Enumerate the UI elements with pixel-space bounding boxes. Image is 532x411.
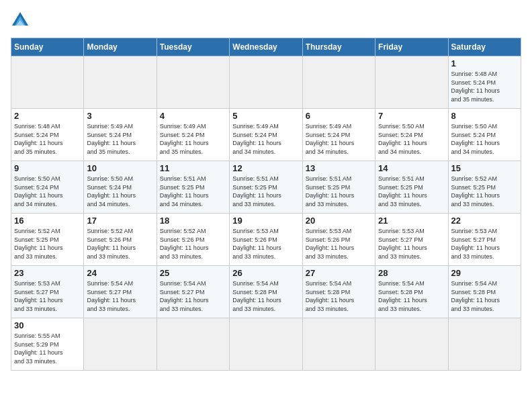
header-cell-friday: Friday [375, 38, 448, 56]
week-row-4: 23Sunrise: 5:53 AM Sunset: 5:27 PM Dayli… [11, 266, 521, 318]
day-number: 16 [14, 216, 81, 226]
day-info: Sunrise: 5:50 AM Sunset: 5:24 PM Dayligh… [14, 175, 81, 208]
header-cell-wednesday: Wednesday [230, 38, 302, 56]
day-info: Sunrise: 5:53 AM Sunset: 5:26 PM Dayligh… [232, 227, 299, 261]
day-number: 13 [306, 163, 372, 173]
header-row: SundayMondayTuesdayWednesdayThursdayFrid… [11, 38, 521, 56]
day-cell [302, 56, 375, 109]
day-cell [302, 318, 375, 371]
day-cell: 14Sunrise: 5:51 AM Sunset: 5:25 PM Dayli… [375, 161, 448, 214]
logo [11, 11, 35, 30]
day-info: Sunrise: 5:49 AM Sunset: 5:24 PM Dayligh… [87, 122, 153, 156]
day-cell [84, 318, 157, 371]
day-info: Sunrise: 5:49 AM Sunset: 5:24 PM Dayligh… [232, 122, 299, 156]
day-cell: 8Sunrise: 5:50 AM Sunset: 5:24 PM Daylig… [448, 109, 521, 161]
day-cell: 30Sunrise: 5:55 AM Sunset: 5:29 PM Dayli… [11, 318, 84, 371]
day-number: 22 [451, 216, 518, 226]
day-info: Sunrise: 5:52 AM Sunset: 5:25 PM Dayligh… [451, 175, 518, 208]
calendar-table: SundayMondayTuesdayWednesdayThursdayFrid… [11, 38, 521, 371]
day-cell: 21Sunrise: 5:53 AM Sunset: 5:27 PM Dayli… [375, 214, 448, 266]
day-number: 17 [87, 216, 153, 226]
day-number: 29 [451, 268, 518, 278]
day-info: Sunrise: 5:49 AM Sunset: 5:24 PM Dayligh… [306, 122, 372, 156]
day-info: Sunrise: 5:53 AM Sunset: 5:26 PM Dayligh… [306, 227, 372, 261]
day-cell: 10Sunrise: 5:50 AM Sunset: 5:24 PM Dayli… [84, 161, 157, 214]
header-cell-sunday: Sunday [11, 38, 84, 56]
day-number: 5 [232, 111, 299, 121]
day-cell: 24Sunrise: 5:54 AM Sunset: 5:27 PM Dayli… [84, 266, 157, 318]
day-info: Sunrise: 5:54 AM Sunset: 5:28 PM Dayligh… [378, 279, 445, 313]
day-info: Sunrise: 5:51 AM Sunset: 5:25 PM Dayligh… [232, 175, 299, 208]
day-info: Sunrise: 5:53 AM Sunset: 5:27 PM Dayligh… [14, 279, 81, 313]
day-cell [157, 318, 229, 371]
day-number: 12 [232, 163, 299, 173]
day-info: Sunrise: 5:55 AM Sunset: 5:29 PM Dayligh… [14, 332, 81, 365]
day-cell [11, 56, 84, 109]
day-number: 27 [306, 268, 372, 278]
day-info: Sunrise: 5:51 AM Sunset: 5:25 PM Dayligh… [160, 175, 226, 208]
day-cell: 18Sunrise: 5:52 AM Sunset: 5:26 PM Dayli… [157, 214, 229, 266]
day-info: Sunrise: 5:54 AM Sunset: 5:27 PM Dayligh… [87, 279, 153, 313]
day-cell: 11Sunrise: 5:51 AM Sunset: 5:25 PM Dayli… [157, 161, 229, 214]
day-number: 2 [14, 111, 81, 121]
day-cell: 27Sunrise: 5:54 AM Sunset: 5:28 PM Dayli… [302, 266, 375, 318]
day-number: 28 [378, 268, 445, 278]
day-cell: 6Sunrise: 5:49 AM Sunset: 5:24 PM Daylig… [302, 109, 375, 161]
day-cell: 28Sunrise: 5:54 AM Sunset: 5:28 PM Dayli… [375, 266, 448, 318]
day-cell: 29Sunrise: 5:54 AM Sunset: 5:28 PM Dayli… [448, 266, 521, 318]
day-number: 20 [306, 216, 372, 226]
day-info: Sunrise: 5:50 AM Sunset: 5:24 PM Dayligh… [378, 122, 445, 156]
header-cell-monday: Monday [84, 38, 157, 56]
day-info: Sunrise: 5:52 AM Sunset: 5:25 PM Dayligh… [14, 227, 81, 261]
day-cell: 22Sunrise: 5:53 AM Sunset: 5:27 PM Dayli… [448, 214, 521, 266]
day-number: 19 [232, 216, 299, 226]
day-info: Sunrise: 5:52 AM Sunset: 5:26 PM Dayligh… [160, 227, 226, 261]
day-cell: 1Sunrise: 5:48 AM Sunset: 5:24 PM Daylig… [448, 56, 521, 109]
day-number: 9 [14, 163, 81, 173]
day-cell [448, 318, 521, 371]
day-info: Sunrise: 5:53 AM Sunset: 5:27 PM Dayligh… [451, 227, 518, 261]
day-number: 30 [14, 320, 81, 330]
day-info: Sunrise: 5:54 AM Sunset: 5:28 PM Dayligh… [451, 279, 518, 313]
day-cell: 16Sunrise: 5:52 AM Sunset: 5:25 PM Dayli… [11, 214, 84, 266]
week-row-3: 16Sunrise: 5:52 AM Sunset: 5:25 PM Dayli… [11, 214, 521, 266]
day-info: Sunrise: 5:51 AM Sunset: 5:25 PM Dayligh… [306, 175, 372, 208]
day-cell [375, 318, 448, 371]
day-cell: 13Sunrise: 5:51 AM Sunset: 5:25 PM Dayli… [302, 161, 375, 214]
header-cell-thursday: Thursday [302, 38, 375, 56]
day-number: 15 [451, 163, 518, 173]
week-row-0: 1Sunrise: 5:48 AM Sunset: 5:24 PM Daylig… [11, 56, 521, 109]
day-info: Sunrise: 5:50 AM Sunset: 5:24 PM Dayligh… [451, 122, 518, 156]
day-info: Sunrise: 5:53 AM Sunset: 5:27 PM Dayligh… [378, 227, 445, 261]
day-info: Sunrise: 5:50 AM Sunset: 5:24 PM Dayligh… [87, 175, 153, 208]
day-cell: 7Sunrise: 5:50 AM Sunset: 5:24 PM Daylig… [375, 109, 448, 161]
calendar-body: 1Sunrise: 5:48 AM Sunset: 5:24 PM Daylig… [11, 56, 521, 371]
day-number: 18 [160, 216, 226, 226]
day-cell [375, 56, 448, 109]
day-info: Sunrise: 5:48 AM Sunset: 5:24 PM Dayligh… [14, 122, 81, 156]
day-number: 3 [87, 111, 153, 121]
header-cell-saturday: Saturday [448, 38, 521, 56]
day-cell [230, 56, 302, 109]
day-cell: 5Sunrise: 5:49 AM Sunset: 5:24 PM Daylig… [230, 109, 302, 161]
day-info: Sunrise: 5:54 AM Sunset: 5:28 PM Dayligh… [306, 279, 372, 313]
day-number: 6 [306, 111, 372, 121]
day-cell: 2Sunrise: 5:48 AM Sunset: 5:24 PM Daylig… [11, 109, 84, 161]
day-cell [157, 56, 229, 109]
day-info: Sunrise: 5:52 AM Sunset: 5:26 PM Dayligh… [87, 227, 153, 261]
day-cell: 12Sunrise: 5:51 AM Sunset: 5:25 PM Dayli… [230, 161, 302, 214]
day-number: 14 [378, 163, 445, 173]
day-number: 11 [160, 163, 226, 173]
day-number: 7 [378, 111, 445, 121]
day-cell: 4Sunrise: 5:49 AM Sunset: 5:24 PM Daylig… [157, 109, 229, 161]
day-cell: 19Sunrise: 5:53 AM Sunset: 5:26 PM Dayli… [230, 214, 302, 266]
calendar-header: SundayMondayTuesdayWednesdayThursdayFrid… [11, 38, 521, 56]
day-number: 21 [378, 216, 445, 226]
day-cell: 17Sunrise: 5:52 AM Sunset: 5:26 PM Dayli… [84, 214, 157, 266]
day-number: 26 [232, 268, 299, 278]
day-info: Sunrise: 5:51 AM Sunset: 5:25 PM Dayligh… [378, 175, 445, 208]
day-number: 25 [160, 268, 226, 278]
week-row-2: 9Sunrise: 5:50 AM Sunset: 5:24 PM Daylig… [11, 161, 521, 214]
day-number: 4 [160, 111, 226, 121]
day-cell [230, 318, 302, 371]
